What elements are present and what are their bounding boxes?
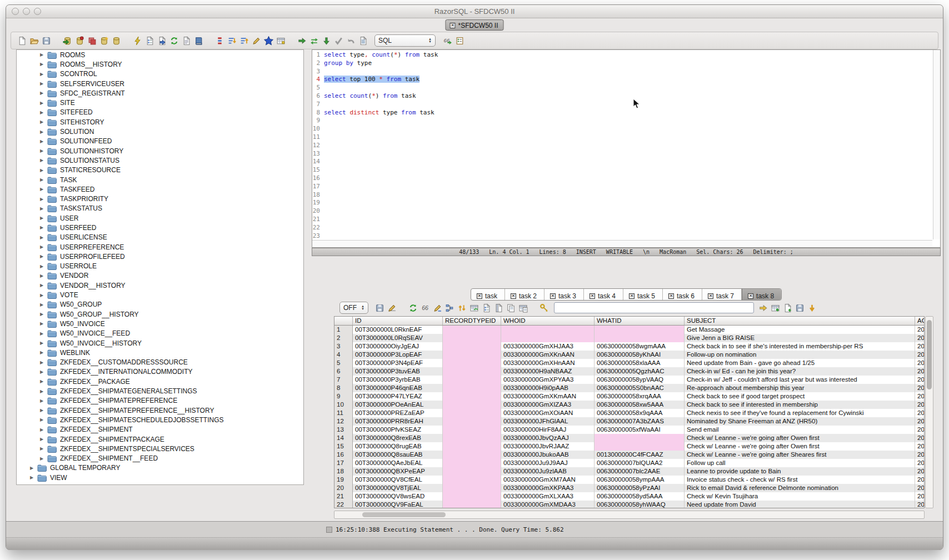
cell-ac[interactable]: 200 <box>915 467 925 476</box>
copy-table-icon[interactable] <box>517 302 530 314</box>
tree-item-sfdc_registrant[interactable]: ▶SFDC_REGISTRANT <box>17 88 303 98</box>
cell-whoid[interactable]: 0033000000GmXKPAA3 <box>501 484 595 492</box>
undo-icon[interactable] <box>344 34 357 47</box>
tree-item-zkfedex__customaddresssource[interactable]: ▶ZKFEDEX__CUSTOMADDRESSSOURCE <box>17 358 303 367</box>
expander-icon[interactable]: ▶ <box>39 139 44 144</box>
tree-item-zkfedex__shipmentpackage[interactable]: ▶ZKFEDEX__SHIPMENTPACKAGE <box>17 434 303 444</box>
cell-subject[interactable]: Check w/ Leanne - we're going after Owen… <box>685 434 915 442</box>
cell-whatid[interactable]: 006300000058yd5AAA <box>595 492 685 501</box>
tree-item-userpreference[interactable]: ▶USERPREFERENCE <box>17 242 303 252</box>
cell-id[interactable]: 00T3000000PRR8rEAH <box>353 417 443 426</box>
table-row[interactable]: 1300T3000000PfvKSEAZ0033000000HirF8AAJ00… <box>334 426 924 434</box>
expander-icon[interactable]: ▶ <box>39 331 44 336</box>
cell-subject[interactable]: Check back in to see if she's interested… <box>685 342 915 351</box>
cell-id[interactable]: 00T3000000QV8CfEAL <box>353 476 443 484</box>
database-icon[interactable] <box>110 34 122 47</box>
tree-item-taskstatus[interactable]: ▶TASKSTATUS <box>17 204 303 213</box>
cell-ac[interactable]: 200 <box>915 434 925 442</box>
cell-whatid[interactable]: 006300000058yKhAAI <box>595 351 685 359</box>
refresh-results-icon[interactable] <box>407 302 419 314</box>
table-row[interactable]: 600T3000000P3tuvEAB0033000000H9aNBAAZ006… <box>334 367 924 376</box>
close-tab-icon[interactable]: ✕ <box>708 293 713 299</box>
cell-whoid[interactable]: 0033000000GmXKmAAN <box>501 392 595 401</box>
cell-whoid[interactable]: 0033000000GmXHnAAN <box>501 359 595 367</box>
expander-icon[interactable]: ▶ <box>29 466 34 471</box>
tree-item-solutionstatus[interactable]: ▶SOLUTIONSTATUS <box>17 156 303 165</box>
cell-whoid[interactable]: 0033000000GmXMDAA3 <box>501 501 595 508</box>
cell-recordtypeid[interactable] <box>443 384 501 392</box>
cell-id[interactable]: 00T3000000PfvKSEAZ <box>353 426 443 434</box>
results-tab-task-2[interactable]: ✕task 2 <box>505 289 545 301</box>
cell-subject[interactable]: Rick to email David & reference Delmonte… <box>685 484 915 492</box>
cell-whatid[interactable]: 006300000058ympAAA <box>595 476 685 484</box>
cell-subject[interactable]: Leanne to provide update to Bain <box>685 467 915 476</box>
tree-item-userprofilefeed[interactable]: ▶USERPROFILEFEED <box>17 252 303 261</box>
cell-ac[interactable]: 200 <box>915 326 925 334</box>
download-results-icon[interactable] <box>806 302 818 314</box>
cell-whatid[interactable]: 006300000058xlaAAA <box>595 359 685 367</box>
table-row[interactable]: 400T3000000P3LopEAF0033000000GmXKnAAN006… <box>334 351 924 359</box>
cell-subject[interactable]: Check-in w/ Ed - can he join this year? <box>685 367 915 376</box>
cell-subject[interactable]: Follow-up on nomination <box>685 351 915 359</box>
cell-subject[interactable]: Send email <box>685 426 915 434</box>
tree-item-sitefeed[interactable]: ▶SITEFEED <box>17 108 303 117</box>
expander-icon[interactable]: ▶ <box>39 369 44 374</box>
cell-recordtypeid[interactable] <box>443 359 501 367</box>
close-tab-icon[interactable]: ✕ <box>511 293 516 299</box>
tree-item-vote[interactable]: ▶VOTE <box>17 290 303 299</box>
expander-icon[interactable]: ▶ <box>39 225 44 230</box>
cell-subject[interactable]: Check back to see if interested in membe… <box>685 401 915 409</box>
expander-icon[interactable]: ▶ <box>39 273 44 278</box>
cell-whatid[interactable]: 006300000058x9qAAA <box>595 409 685 417</box>
cell-ac[interactable]: 200 <box>915 334 925 342</box>
results-tab-task[interactable]: ✕task <box>471 289 505 301</box>
tree-item-staticresource[interactable]: ▶STATICRESOURCE <box>17 166 303 175</box>
expander-icon[interactable]: ▶ <box>39 350 44 355</box>
execute-icon[interactable] <box>131 34 143 47</box>
cell-subject[interactable]: Check w/ Leanne - we're going after Shea… <box>685 451 915 459</box>
tree-item-w50_group__history[interactable]: ▶W50_GROUP__HISTORY <box>17 309 303 319</box>
tree-item-taskpriority[interactable]: ▶TASKPRIORITY <box>17 194 303 203</box>
add-note-icon[interactable] <box>782 302 794 314</box>
editor-horizontal-scrollbar[interactable] <box>312 240 932 247</box>
cell-subject[interactable]: Re-approach about membership this year <box>685 384 915 392</box>
save-results-icon[interactable] <box>374 302 386 314</box>
table-row[interactable]: 100T3000000L0RknEAFGet Massage200 <box>334 326 924 334</box>
editor-vertical-scrollbar[interactable] <box>933 50 940 239</box>
table-vertical-scrollbar[interactable] <box>925 316 933 508</box>
cell-whoid[interactable]: 0033000000JbvRJAAZ <box>501 442 595 451</box>
cell-recordtypeid[interactable] <box>443 342 501 351</box>
cell-whatid[interactable]: 006300000058xw5AAA <box>595 401 685 409</box>
tree-item-zkfedex__shipmatepreference__history[interactable]: ▶ZKFEDEX__SHIPMATEPREFERENCE__HISTORY <box>17 406 303 415</box>
edit-icon[interactable] <box>250 34 262 47</box>
expander-icon[interactable]: ▶ <box>39 101 44 106</box>
cell-subject[interactable]: Check-in w/ Jeff - couldn't afford last … <box>685 376 915 384</box>
cell-whoid[interactable]: 0033000000GmXM7AAN <box>501 476 595 484</box>
cell-recordtypeid[interactable] <box>443 334 501 342</box>
results-tab-task-4[interactable]: ✕task 4 <box>584 289 623 301</box>
close-tab-icon[interactable]: ✕ <box>748 293 753 299</box>
expander-icon[interactable]: ▶ <box>39 91 44 96</box>
table-row[interactable]: 700T3000000P3yrbEAB0033000000GmXPYAA3006… <box>334 376 924 384</box>
tree-item-userrole[interactable]: ▶USERROLE <box>17 262 303 271</box>
cell-recordtypeid[interactable] <box>443 501 501 508</box>
scrollbar-thumb[interactable] <box>362 512 446 517</box>
cell-recordtypeid[interactable] <box>443 326 501 334</box>
tree-item-solution[interactable]: ▶SOLUTION <box>17 127 303 136</box>
cell-recordtypeid[interactable] <box>443 467 501 476</box>
column-header-whatid[interactable]: WHATID <box>595 317 685 325</box>
expander-icon[interactable]: ▶ <box>39 341 44 346</box>
results-tab-task-6[interactable]: ✕task 6 <box>663 289 702 301</box>
expander-icon[interactable]: ▶ <box>39 254 44 259</box>
cell-whoid[interactable]: 0033000000GmXIZAA3 <box>501 401 595 409</box>
table-row[interactable]: 900T3000000P47LYEAZ0033000000GmXKmAAN006… <box>334 392 924 401</box>
expander-icon[interactable]: ▶ <box>39 321 44 326</box>
cell-ac[interactable]: 200 <box>915 342 925 351</box>
tree-item-rooms__history[interactable]: ▶ROOMS__HISTORY <box>17 59 303 69</box>
expander-icon[interactable]: ▶ <box>39 235 44 240</box>
sort-descending-icon[interactable] <box>226 34 238 47</box>
cell-subject[interactable]: Check w/ Kevin Tsujihara <box>685 492 915 501</box>
expander-icon[interactable]: ▶ <box>39 110 44 115</box>
cell-id[interactable]: 00T3000000P3yrbEAB <box>353 376 443 384</box>
cell-whatid[interactable]: 006300000058ypVAAQ <box>595 376 685 384</box>
